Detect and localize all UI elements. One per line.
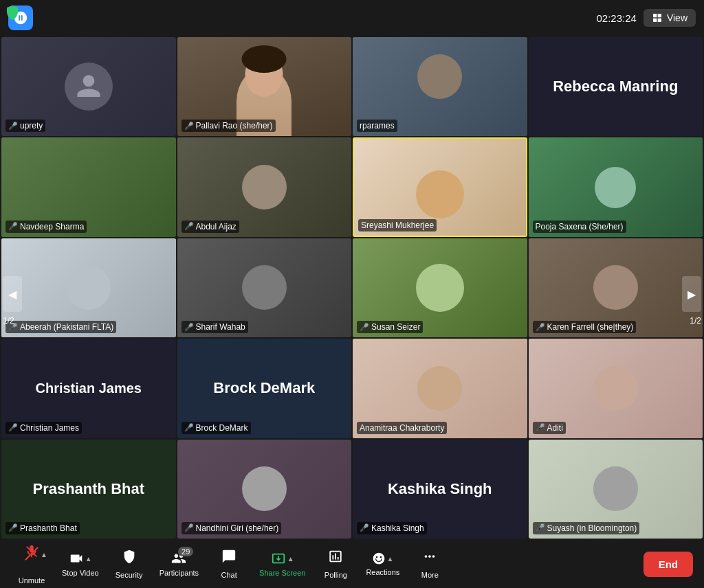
participants-button[interactable]: 29 Participants	[153, 547, 206, 581]
page-label-right: 1/2	[690, 316, 701, 326]
participant-mute-prashanth: 🎤Prashanth Bhat	[6, 522, 80, 534]
participant-cell-christian[interactable]: Christian James 🎤Christian James	[1, 339, 176, 438]
participant-cell-abeerah[interactable]: 🎤Abeerah (Pakistani FLTA)	[1, 238, 176, 337]
polling-icon	[328, 549, 343, 568]
security-icon	[122, 549, 137, 568]
participants-label: Participants	[160, 569, 199, 577]
video-grid: 🎤uprety 🎤Pallavi Rao (she/her) rparames …	[0, 36, 704, 540]
toolbar-left: ▲ Unmute ▲ Stop Video Security	[11, 540, 450, 589]
view-label: View	[667, 12, 688, 23]
share-screen-button[interactable]: ▲ Share Screen	[252, 547, 312, 581]
participant-name-navdeep: 🎤Navdeep Sharma	[6, 220, 87, 233]
participant-name-uprety: 🎤uprety	[6, 120, 45, 132]
zoom-logo	[8, 5, 33, 30]
participant-name-kashika: Kashika Singh	[381, 473, 499, 505]
participant-name-rparames: rparames	[357, 120, 397, 132]
participants-count: 29	[178, 547, 193, 556]
participant-name-abdul: 🎤Abdul Aijaz	[182, 220, 239, 233]
reactions-button[interactable]: ▲ Reactions	[359, 547, 406, 580]
chat-icon	[221, 549, 236, 568]
participant-cell-aditi[interactable]: 🎤Aditi	[529, 339, 703, 438]
participant-name-sharif: 🎤Sharif Wahab	[182, 321, 248, 333]
participant-cell-rparames[interactable]: rparames	[353, 37, 527, 136]
participant-name-suyash: 🎤Suyash (in Bloomington)	[533, 522, 640, 534]
share-screen-icon: ▲	[271, 551, 294, 566]
participant-name-susan: 🎤Susan Seizer	[357, 321, 423, 333]
participant-name-abeerah: 🎤Abeerah (Pakistani FLTA)	[6, 321, 116, 333]
participant-cell-sharif[interactable]: 🎤Sharif Wahab	[177, 238, 352, 337]
security-label: Security	[116, 571, 143, 579]
more-label: More	[421, 571, 439, 579]
stop-video-label: Stop Video	[62, 569, 99, 577]
participant-cell-karen[interactable]: 🎤Karen Farrell (she|they)	[529, 238, 703, 337]
end-button[interactable]: End	[644, 552, 693, 577]
participant-cell-nandhini[interactable]: 🎤Nandhini Giri (she/her)	[177, 440, 352, 539]
participant-cell-susan[interactable]: 🎤Susan Seizer	[353, 238, 527, 337]
participant-name-prashanth: Prashanth Bhat	[25, 473, 151, 505]
page-left-button[interactable]: ◀	[3, 276, 22, 312]
participant-name-christian: Christian James	[28, 374, 148, 403]
participant-cell-sreyashi[interactable]: Sreyashi Mukherjee	[353, 137, 527, 236]
chat-label: Chat	[221, 571, 236, 579]
more-icon	[422, 549, 437, 568]
participant-name-brock-display: Brock DeMark	[206, 372, 322, 404]
participant-cell-pallavi[interactable]: 🎤Pallavi Rao (she/her)	[177, 37, 352, 136]
top-bar: 02:23:24 View	[0, 0, 704, 36]
polling-label: Polling	[324, 571, 347, 579]
toolbar: ▲ Unmute ▲ Stop Video Security	[0, 540, 704, 588]
participant-name-pallavi: 🎤Pallavi Rao (she/her)	[182, 120, 276, 132]
share-screen-label: Share Screen	[259, 569, 305, 577]
reactions-icon: ▲	[372, 552, 393, 565]
participants-icon: 29	[171, 551, 186, 566]
participant-mute-christian: 🎤Christian James	[6, 422, 82, 434]
unmute-button[interactable]: ▲ Unmute	[11, 540, 52, 589]
video-icon: ▲	[69, 551, 92, 566]
participant-name-anamitraa: Anamitraa Chakraborty	[357, 422, 447, 434]
page-right-button[interactable]: ▶	[682, 276, 701, 312]
stop-video-button[interactable]: ▲ Stop Video	[55, 547, 106, 581]
reactions-label: Reactions	[366, 568, 399, 576]
chat-button[interactable]: Chat	[208, 545, 250, 583]
participant-cell-kashika[interactable]: Kashika Singh🎤Kashika Singh	[353, 440, 527, 539]
page-label-left: 1/2	[3, 316, 14, 326]
microphone-icon	[24, 544, 39, 563]
unmute-label: Unmute	[19, 576, 45, 585]
participant-cell-navdeep[interactable]: 🎤Navdeep Sharma	[1, 137, 176, 236]
participant-name-karen: 🎤Karen Farrell (she|they)	[533, 321, 637, 333]
participant-cell-rebecca[interactable]: Rebecca Manring	[529, 37, 703, 136]
security-button[interactable]: Security	[109, 545, 150, 583]
participant-name-pooja: Pooja Saxena (She/her)	[533, 220, 626, 233]
participant-cell-brock[interactable]: Brock DeMark 🎤Brock DeMark	[177, 339, 352, 438]
participant-name-rebecca: Rebecca Manring	[546, 71, 685, 102]
view-button[interactable]: View	[644, 9, 696, 27]
more-button[interactable]: More	[409, 545, 450, 583]
participant-name-aditi: 🎤Aditi	[533, 422, 566, 434]
participant-cell-anamitraa[interactable]: Anamitraa Chakraborty	[353, 339, 527, 438]
participant-name-sreyashi: Sreyashi Mukherjee	[358, 219, 437, 231]
participant-cell-suyash[interactable]: 🎤Suyash (in Bloomington)	[529, 440, 703, 539]
polling-button[interactable]: Polling	[315, 545, 356, 583]
participant-name-nandhini: 🎤Nandhini Giri (she/her)	[182, 522, 282, 534]
timer: 02:23:24	[597, 12, 637, 24]
participant-cell-uprety[interactable]: 🎤uprety	[1, 37, 176, 136]
participant-mute-brock: 🎤Brock DeMark	[182, 422, 251, 434]
participant-mute-kashika: 🎤Kashika Singh	[357, 522, 427, 534]
timer-view: 02:23:24 View	[597, 9, 696, 27]
participant-cell-prashanth[interactable]: Prashanth Bhat🎤Prashanth Bhat	[1, 440, 176, 539]
participant-cell-pooja[interactable]: Pooja Saxena (She/her)	[529, 137, 703, 236]
participant-cell-abdul[interactable]: 🎤Abdul Aijaz	[177, 137, 352, 236]
